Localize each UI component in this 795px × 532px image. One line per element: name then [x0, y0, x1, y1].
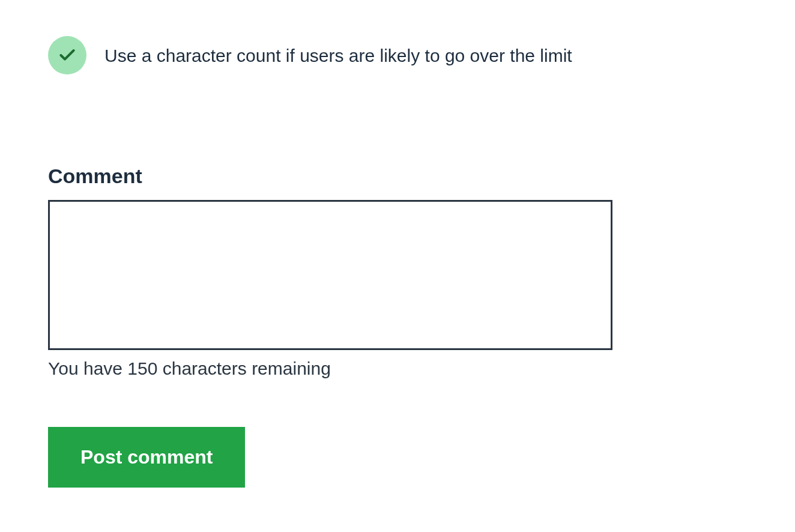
tip-row: Use a character count if users are likel… [48, 36, 747, 74]
post-comment-button[interactable]: Post comment [48, 427, 245, 488]
comment-label: Comment [48, 165, 612, 188]
tip-text: Use a character count if users are likel… [104, 44, 572, 67]
character-count-hint: You have 150 characters remaining [48, 358, 612, 379]
comment-textarea[interactable] [48, 200, 612, 350]
check-icon [48, 36, 86, 74]
